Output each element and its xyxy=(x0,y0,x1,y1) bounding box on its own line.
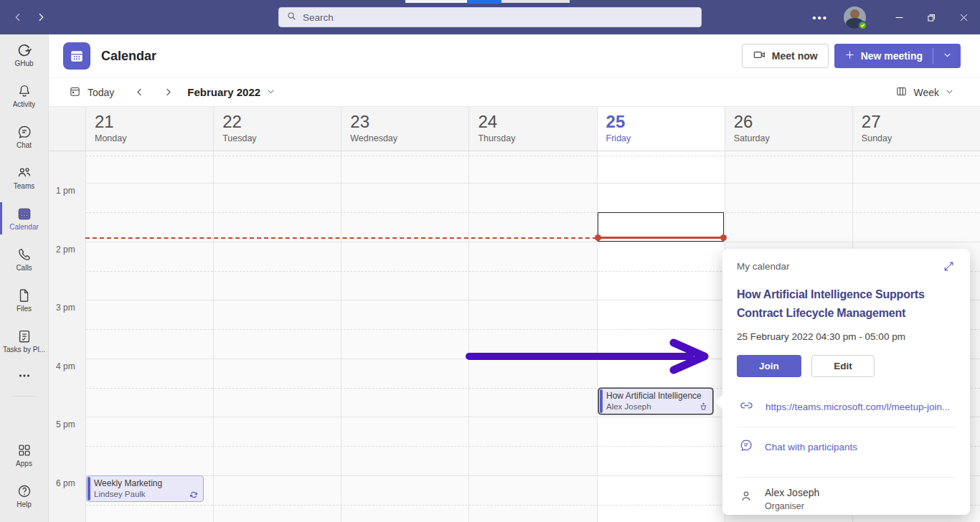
tasks-icon xyxy=(17,328,32,344)
today-button[interactable]: Today xyxy=(69,85,114,100)
sidebar-item-label: Calendar xyxy=(9,223,39,231)
sidebar-item-label: Tasks by Pl... xyxy=(3,346,45,353)
chevron-down-icon xyxy=(266,86,275,98)
meeting-details-popup: My calendar How Artificial Intelligence … xyxy=(722,249,970,515)
sidebar-item-label: Help xyxy=(17,500,32,508)
grid-column-friday[interactable] xyxy=(597,151,725,522)
organiser-role: Organiser xyxy=(765,501,819,511)
more-icon xyxy=(17,368,32,384)
search-input[interactable]: Search xyxy=(278,7,702,27)
time-label: 3 pm xyxy=(56,303,75,313)
chat-icon xyxy=(17,124,32,140)
more-options-icon[interactable]: ••• xyxy=(812,11,828,24)
day-header-row: 21Monday22Tuesday23Wednesday24Thursday25… xyxy=(49,106,980,151)
nav-forward-icon[interactable] xyxy=(34,11,47,24)
current-time-line-dashed xyxy=(85,237,597,239)
sidebar-item-label: Calls xyxy=(16,264,32,272)
sidebar-item-more[interactable] xyxy=(0,361,48,390)
sidebar-item-teams[interactable]: Teams xyxy=(0,157,48,198)
day-header-thursday[interactable]: 24Thursday xyxy=(468,107,596,151)
sidebar-item-calendar[interactable]: Calendar xyxy=(0,198,48,239)
minimize-button[interactable] xyxy=(883,0,915,34)
sidebar-item-label: Chat xyxy=(17,141,32,149)
search-icon xyxy=(286,11,297,24)
apps-icon xyxy=(17,442,32,458)
teams-icon xyxy=(17,165,32,181)
meeting-link[interactable]: https://teams.microsoft.com/l/meetup-joi… xyxy=(765,402,950,412)
file-icon xyxy=(17,288,32,303)
grid-column-thursday[interactable] xyxy=(468,151,596,522)
day-header-tuesday[interactable]: 22Tuesday xyxy=(213,107,341,151)
ghub-icon xyxy=(17,42,32,58)
sidebar-item-help[interactable]: Help xyxy=(0,475,48,516)
avatar[interactable] xyxy=(844,6,866,29)
grid-column-monday[interactable] xyxy=(85,151,213,522)
day-header-monday[interactable]: 21Monday xyxy=(85,107,213,151)
presenter-icon xyxy=(698,402,708,412)
day-header-friday[interactable]: 25Friday xyxy=(597,107,725,151)
chat-icon xyxy=(739,438,753,455)
sidebar-item-label: Apps xyxy=(16,460,32,468)
page-title: Calendar xyxy=(101,49,156,64)
sidebar-item-apps[interactable]: Apps xyxy=(0,435,48,475)
edit-button[interactable]: Edit xyxy=(811,355,875,377)
link-icon xyxy=(739,398,754,416)
background-window-strip xyxy=(405,0,570,3)
grid-column-tuesday[interactable] xyxy=(213,151,341,522)
day-header-wednesday[interactable]: 23Wednesday xyxy=(341,107,468,151)
sidebar-item-label: GHub xyxy=(14,60,33,67)
time-label: 4 pm xyxy=(56,361,75,371)
sidebar-item-activity[interactable]: Activity xyxy=(0,75,48,116)
meet-now-button[interactable]: Meet now xyxy=(742,44,829,68)
organiser-row[interactable]: Alex Joseph Organiser xyxy=(737,478,956,511)
event-weekly-marketing[interactable]: Weekly Marketing Lindsey Paulk xyxy=(86,475,204,502)
page-header: Calendar Meet now New meeting xyxy=(49,34,980,77)
next-week-button[interactable] xyxy=(161,86,174,99)
expand-icon[interactable] xyxy=(941,259,956,273)
half-hour-gridline xyxy=(85,156,980,156)
sidebar-item-files[interactable]: Files xyxy=(0,280,48,321)
day-header-sunday[interactable]: 27Sunday xyxy=(852,107,980,151)
month-picker[interactable]: February 2022 xyxy=(187,86,275,98)
new-meeting-dropdown[interactable] xyxy=(933,44,961,68)
sidebar-bottom-items: AppsHelp xyxy=(0,435,48,522)
time-label: 1 pm xyxy=(56,186,75,196)
sidebar-item-label: Teams xyxy=(14,182,34,190)
event-how-artificial-intelligence[interactable]: How Artificial Intelligence Alex Joseph xyxy=(598,388,713,414)
help-icon xyxy=(17,483,32,499)
sidebar-item-label: Activity xyxy=(13,100,36,108)
bell-icon xyxy=(17,83,32,99)
sidebar-item-ghub[interactable]: GHub xyxy=(0,34,48,75)
join-button[interactable]: Join xyxy=(737,355,801,377)
person-icon xyxy=(739,487,753,506)
calendar-filled-icon xyxy=(17,206,32,222)
sidebar-item-calls[interactable]: Calls xyxy=(0,239,48,280)
sidebar-item-chat[interactable]: Chat xyxy=(0,116,48,157)
time-label: 6 pm xyxy=(56,478,75,488)
status-available-icon xyxy=(858,21,867,30)
sidebar-item-label: Files xyxy=(17,305,32,313)
view-switcher[interactable]: Week xyxy=(895,85,954,100)
restore-button[interactable] xyxy=(915,0,948,34)
hour-gridline xyxy=(85,183,980,184)
prev-week-button[interactable] xyxy=(133,86,146,99)
popup-context-label: My calendar xyxy=(737,261,790,272)
today-calendar-icon xyxy=(69,85,81,100)
calendar-toolbar: Today February 2022 xyxy=(49,77,980,106)
calendar-app-icon xyxy=(63,42,90,70)
sidebar-item-tasks[interactable]: Tasks by Pl... xyxy=(0,321,48,361)
day-header-gutter xyxy=(49,107,85,151)
new-meeting-button[interactable]: New meeting xyxy=(834,44,961,68)
nav-back-icon[interactable] xyxy=(11,11,24,24)
week-view-icon xyxy=(895,85,908,100)
search-placeholder: Search xyxy=(303,12,334,23)
phone-icon xyxy=(17,247,32,262)
close-button[interactable] xyxy=(948,0,980,34)
grid-column-wednesday[interactable] xyxy=(341,151,468,522)
day-header-saturday[interactable]: 26Saturday xyxy=(725,107,852,151)
half-hour-gridline xyxy=(85,212,980,213)
chevron-down-icon xyxy=(945,87,954,98)
chat-with-participants[interactable]: Chat with participants xyxy=(737,427,956,466)
meeting-title: How Artificial Intelligence Supports Con… xyxy=(737,285,956,323)
recurring-icon xyxy=(189,490,199,500)
